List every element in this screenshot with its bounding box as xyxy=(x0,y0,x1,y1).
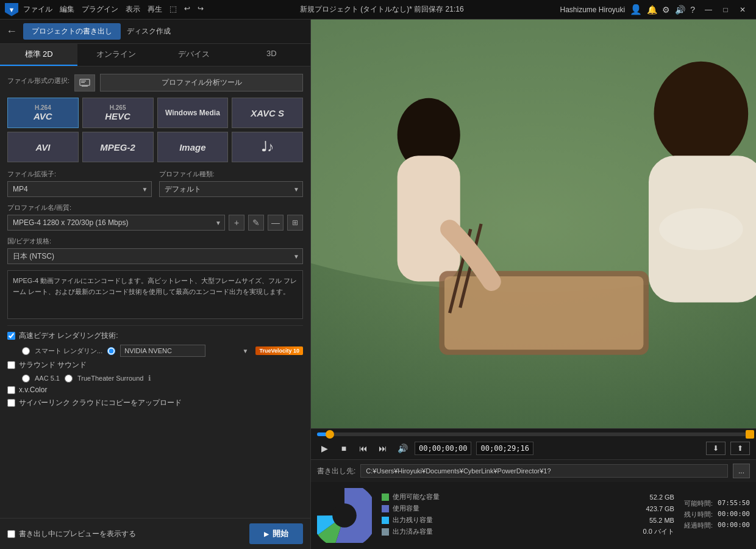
format-xavcs[interactable]: XAVC S xyxy=(232,98,303,128)
menu-edit[interactable]: 編集 xyxy=(60,4,74,15)
file-ext-select-wrap: MP4 ▼ xyxy=(7,181,152,197)
timeline-bar[interactable] xyxy=(317,432,750,436)
back-button[interactable]: ← xyxy=(6,25,17,38)
profile-quality-label: プロファイル名/画質: xyxy=(7,203,303,212)
storage-pie-chart xyxy=(317,488,372,543)
profile-edit-button[interactable]: ✎ xyxy=(248,215,264,231)
next-frame-button[interactable]: ⏭ xyxy=(376,441,390,456)
prev-frame-button[interactable]: ⏮ xyxy=(356,441,371,456)
titlebar: ▼ ファイル 編集 プラグイン 表示 再生 ⬚ ↩ ↪ 新規プロジェクト (タイ… xyxy=(0,0,756,20)
win-maximize-btn[interactable]: □ xyxy=(717,1,734,18)
video-preview xyxy=(311,20,756,428)
export-out-button[interactable]: ⬆ xyxy=(730,442,750,455)
output-label: 書き出し先: xyxy=(317,466,355,476)
legend-row-1: 使用容量 423.7 GB xyxy=(382,504,674,513)
project-title: 新規プロジェクト (タイトルなし)* 前回保存 21:16 xyxy=(204,4,560,15)
xvcolor-label: x.v.Color xyxy=(19,386,47,394)
format-avi[interactable]: AVI xyxy=(7,132,79,162)
windowsmedia-label: Windows Media xyxy=(165,109,220,117)
current-time-display: 00;00;00;00 xyxy=(415,442,471,455)
legend-dot-0 xyxy=(382,493,389,501)
file-ext-select[interactable]: MP4 xyxy=(7,181,152,197)
remaining-time-label: 残り時間: xyxy=(684,510,713,519)
tab-3d[interactable]: 3D xyxy=(233,44,310,66)
stop-button[interactable]: ■ xyxy=(337,441,351,456)
output-path-browse-button[interactable]: ... xyxy=(733,464,750,478)
surround-checkbox[interactable] xyxy=(7,361,15,369)
legend-dot-3 xyxy=(382,528,389,536)
menu-undo-icon[interactable]: ⬚ xyxy=(169,4,177,15)
description-box: MPEG-4 動画ファイルにエンコードします。高ビットレート、大型フレームサイズ… xyxy=(7,270,303,319)
xvcolor-checkbox[interactable] xyxy=(7,386,15,394)
tab-device[interactable]: デバイス xyxy=(155,44,233,66)
notification-icon[interactable]: 🔔 xyxy=(647,5,657,15)
profile-remove-button[interactable]: — xyxy=(268,215,284,231)
smart-render-radio[interactable] xyxy=(22,347,30,355)
profile-add-button[interactable]: + xyxy=(229,215,244,231)
preview-checkbox[interactable] xyxy=(7,530,15,538)
legend-label-1: 使用容量 xyxy=(393,504,628,513)
format-mpeg2[interactable]: MPEG-2 xyxy=(82,132,154,162)
tab-standard2d[interactable]: 標準 2D xyxy=(0,44,77,66)
format-icon-button[interactable] xyxy=(74,74,95,92)
volume-icon[interactable]: 🔊 xyxy=(675,5,685,15)
settings-icon[interactable]: ⚙ xyxy=(662,5,670,15)
timeline-end-marker xyxy=(746,430,754,439)
region-select-wrap: 日本 (NTSC) ▼ xyxy=(7,248,303,264)
encoder-select[interactable]: NVIDIA NVENC xyxy=(120,345,205,357)
profile-analysis-button[interactable]: プロファイル分析ツール xyxy=(100,74,303,92)
play-button[interactable]: ▶ xyxy=(317,441,332,456)
format-image[interactable]: Image xyxy=(157,132,229,162)
available-time-value: 07:55:50 xyxy=(718,499,750,508)
surround-option-label: サラウンド サウンド xyxy=(19,360,87,370)
format-h264avc[interactable]: H.264 AVC xyxy=(7,98,79,128)
profile-quality-row: MPEG-4 1280 x 720/30p (16 Mbps) ▼ + ✎ — … xyxy=(7,215,303,231)
menu-play[interactable]: 再生 xyxy=(148,4,162,15)
left-panel: ← プロジェクトの書き出し ディスク作成 標準 2D オンライン デバイス 3D… xyxy=(0,20,311,549)
legend-dot-2 xyxy=(382,517,389,524)
start-button[interactable]: ▶ 開始 xyxy=(249,523,303,544)
time-row-elapsed: 経過時間: 00:00:00 xyxy=(684,521,750,530)
format-h265hevc[interactable]: H.265 HEVC xyxy=(82,98,154,128)
write-project-button[interactable]: プロジェクトの書き出し xyxy=(23,23,121,40)
right-panel: ▶ ■ ⏮ ⏭ 🔊 00;00;00;00 00;00;29;16 ⬇ ⬆ 書き… xyxy=(311,20,756,549)
mpeg2-label: MPEG-2 xyxy=(100,142,135,152)
volume-button[interactable]: 🔊 xyxy=(395,441,410,456)
storage-legend: 使用可能な容量 52.2 GB 使用容量 423.7 GB 出力残り容量 55.… xyxy=(382,492,674,539)
win-close-btn[interactable]: ✕ xyxy=(734,1,751,18)
available-time-label: 可能時間: xyxy=(684,499,713,508)
gpu-checkbox[interactable] xyxy=(7,332,15,340)
redo-btn[interactable]: ↪ xyxy=(198,4,204,15)
help-icon[interactable]: ? xyxy=(690,5,695,15)
export-out-icon: ⬆ xyxy=(737,444,743,453)
timeline-handle[interactable] xyxy=(326,430,334,439)
undo-btn[interactable]: ↩ xyxy=(184,4,190,15)
top-nav: ← プロジェクトの書き出し ディスク作成 xyxy=(0,20,310,44)
profile-grid-button[interactable]: ⊞ xyxy=(287,215,303,231)
legend-label-0: 使用可能な容量 xyxy=(393,492,628,501)
win-minimize-btn[interactable]: — xyxy=(700,1,717,18)
format-audio[interactable]: ♩♪ xyxy=(232,132,303,162)
profile-type-select-wrap: デフォルト ▼ xyxy=(159,181,304,197)
total-time-display: 00;00;29;16 xyxy=(476,442,533,455)
profile-quality-section: プロファイル名/画質: MPEG-4 1280 x 720/30p (16 Mb… xyxy=(7,203,303,231)
app-logo: ▼ xyxy=(5,3,18,16)
h265-top-label: H.265 xyxy=(110,104,126,111)
format-windowsmedia[interactable]: Windows Media xyxy=(157,98,229,128)
aac-radio[interactable] xyxy=(22,375,30,382)
surround-option-row: サラウンド サウンド xyxy=(7,360,303,370)
tab-online[interactable]: オンライン xyxy=(77,44,155,66)
export-in-button[interactable]: ⬇ xyxy=(706,442,726,455)
video-thumbnail xyxy=(311,20,756,428)
menu-file[interactable]: ファイル xyxy=(23,4,52,15)
profile-quality-select[interactable]: MPEG-4 1280 x 720/30p (16 Mbps) xyxy=(7,215,225,231)
menu-view[interactable]: 表示 xyxy=(126,4,140,15)
username: Hashizume Hiroyuki xyxy=(560,5,626,14)
encoder-radio[interactable] xyxy=(107,347,115,355)
profile-type-select[interactable]: デフォルト xyxy=(159,181,304,197)
region-select[interactable]: 日本 (NTSC) xyxy=(7,248,303,264)
svg-rect-7 xyxy=(398,156,460,281)
menu-plugin[interactable]: プラグイン xyxy=(82,4,118,15)
cyberlink-checkbox[interactable] xyxy=(7,399,15,407)
trutheater-radio[interactable] xyxy=(65,375,73,382)
